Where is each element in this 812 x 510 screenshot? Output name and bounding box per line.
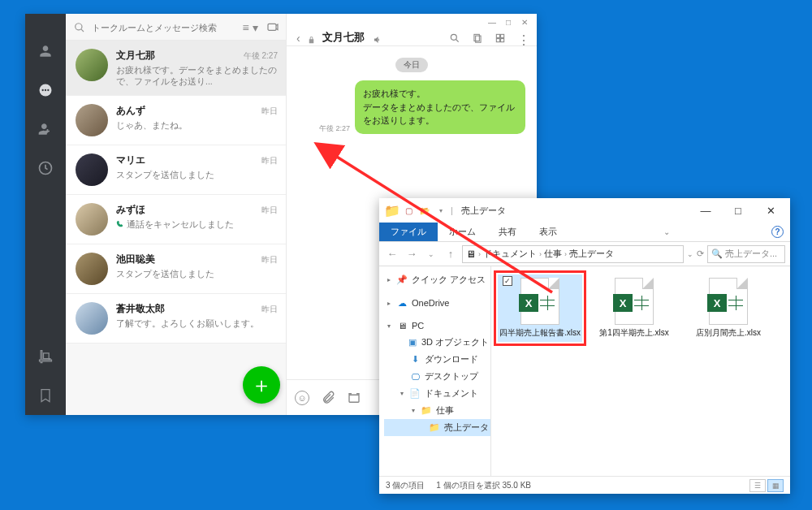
view-details-icon[interactable]: ☰ <box>749 479 766 492</box>
pc-crumb-icon: 🖥 <box>466 249 476 260</box>
svg-rect-7 <box>474 34 479 41</box>
breadcrumb-dropdown-icon[interactable]: ⌄ <box>687 250 693 258</box>
maximize-button[interactable]: □ <box>503 17 514 27</box>
bookmark-icon[interactable] <box>37 387 54 404</box>
chat-title: 文月七那 <box>322 31 365 45</box>
qat-properties-icon[interactable]: ▢ <box>402 204 415 217</box>
svg-point-6 <box>451 34 456 40</box>
chat-item[interactable]: 文月七那午後 2:27 お疲れ様です。データをまとめましたので、ファイルをお送り… <box>66 41 286 96</box>
close-button[interactable]: ✕ <box>519 17 530 27</box>
item-count: 3 個の項目 <box>386 480 425 491</box>
tree-downloads[interactable]: ⬇ダウンロード <box>384 351 490 368</box>
crumb[interactable]: 仕事 <box>544 248 562 260</box>
message-bubble: お疲れ様です。データをまとめましたので、ファイルをお送りします。 <box>355 80 525 134</box>
refresh-icon[interactable]: ⟳ <box>697 249 704 259</box>
nav-recent-icon[interactable]: ⌄ <box>423 250 439 258</box>
nav-forward-icon[interactable]: → <box>404 248 420 260</box>
avatar <box>76 253 108 285</box>
attach-icon[interactable] <box>321 391 335 405</box>
file-item[interactable]: X 第1四半期売上.xlsx <box>592 274 676 342</box>
navigation-bar: ← → ⌄ ↑ 🖥 › ドキュメント › 仕事 › 売上データ ⌄ ⟳ 🔍 売上… <box>379 242 790 266</box>
new-message-fab[interactable]: ＋ <box>243 366 280 404</box>
crumb[interactable]: ドキュメント <box>483 248 537 260</box>
tab-view[interactable]: 表示 <box>528 223 568 241</box>
tree-onedrive[interactable]: ▸☁OneDrive <box>384 295 490 311</box>
lock-icon <box>307 33 316 42</box>
qat-dropdown-icon[interactable]: ▾ <box>434 204 447 217</box>
window-controls: — □ ✕ <box>480 14 537 33</box>
chat-preview: 通話をキャンセルしました <box>116 218 278 230</box>
excel-file-icon: X <box>520 278 559 325</box>
header-actions: ⋮ <box>449 32 529 44</box>
view-icons-icon[interactable]: ▦ <box>767 479 784 492</box>
tree-sales-data[interactable]: 📁売上データ <box>384 419 490 436</box>
svg-rect-9 <box>496 34 499 37</box>
sticker-icon[interactable]: ☺ <box>295 391 309 405</box>
chat-name: 文月七那 <box>116 49 155 63</box>
menu-icon[interactable]: ⋮ <box>517 32 529 44</box>
add-friend-icon[interactable] <box>37 121 54 137</box>
help-button[interactable]: ? <box>765 223 790 241</box>
search-input[interactable] <box>92 23 234 32</box>
chat-preview: お疲れ様です。データをまとめましたので、ファイルをお送り... <box>116 64 278 87</box>
new-chat-icon[interactable] <box>266 21 279 34</box>
tree-documents[interactable]: ▾📄ドキュメント <box>384 385 490 402</box>
sort-button[interactable]: ≡ ▾ <box>240 20 260 35</box>
tree-shigoto[interactable]: ▾📁仕事 <box>384 402 490 419</box>
volume-icon[interactable] <box>373 33 382 43</box>
minimize-button[interactable]: — <box>486 17 498 27</box>
tab-home[interactable]: ホーム <box>438 223 487 241</box>
notes-icon[interactable] <box>472 32 483 44</box>
status-bar: 3 個の項目 1 個の項目を選択 35.0 KB ☰ ▦ <box>379 476 790 494</box>
avatar <box>76 104 108 136</box>
explorer-close-button[interactable]: ✕ <box>754 199 787 222</box>
capture-icon[interactable] <box>347 391 361 405</box>
tree-3d-objects[interactable]: ▣3D オブジェクト <box>384 334 490 351</box>
explorer-minimize-button[interactable]: — <box>689 199 722 222</box>
crop-icon[interactable] <box>37 348 54 365</box>
chat-item[interactable]: みずほ昨日 通話をキャンセルしました <box>66 195 286 244</box>
chat-name: 蒼井敬太郎 <box>116 302 165 316</box>
search-row: ≡ ▾ <box>66 14 286 41</box>
chat-item[interactable]: マリエ昨日 スタンプを送信しました <box>66 145 286 195</box>
message-time: 午後 2:27 <box>319 123 350 134</box>
file-list: ✓ X 四半期売上報告書.xlsx X 第1四半期売上.xlsx X 店別月間売… <box>491 266 790 476</box>
chat-item[interactable]: 池田聡美昨日 スタンプを送信しました <box>66 244 286 294</box>
chats-icon[interactable] <box>37 82 54 98</box>
file-item[interactable]: X 店別月間売上.xlsx <box>686 274 771 342</box>
chat-item[interactable]: 蒼井敬太郎昨日 了解です。よろしくお願いします。 <box>66 294 286 344</box>
nav-up-icon[interactable]: ↑ <box>443 248 459 260</box>
ribbon-tabs: ファイル ホーム 共有 表示 ⌄ ? <box>379 223 790 242</box>
search-chat-icon[interactable] <box>449 32 460 44</box>
svg-rect-8 <box>476 36 481 42</box>
explorer-search[interactable]: 🔍 売上データ... <box>707 245 785 263</box>
friends-icon[interactable] <box>37 43 54 59</box>
avatar <box>76 302 108 335</box>
crumb[interactable]: 売上データ <box>569 248 614 260</box>
file-item[interactable]: ✓ X 四半期売上報告書.xlsx <box>498 274 582 342</box>
breadcrumb[interactable]: 🖥 › ドキュメント › 仕事 › 売上データ <box>462 245 684 263</box>
selection-info: 1 個の項目を選択 35.0 KB <box>436 480 531 491</box>
qat-open-icon[interactable]: 📂 <box>418 204 431 217</box>
svg-point-2 <box>45 89 46 91</box>
nav-back-icon[interactable]: ← <box>384 248 400 260</box>
chat-time: 昨日 <box>261 254 278 266</box>
back-icon[interactable]: ‹ <box>296 32 300 45</box>
file-checkbox-icon[interactable]: ✓ <box>503 276 512 286</box>
tab-file[interactable]: ファイル <box>379 223 438 241</box>
chat-preview: スタンプを送信しました <box>116 169 278 180</box>
avatar <box>76 153 108 186</box>
albums-icon[interactable] <box>495 32 506 44</box>
explorer-maximize-button[interactable]: □ <box>722 199 754 222</box>
chat-item[interactable]: あんず昨日 じゃあ、またね。 <box>66 96 286 145</box>
tab-share[interactable]: 共有 <box>487 223 528 241</box>
tree-quick-access[interactable]: ▸📌クイック アクセス <box>384 271 490 288</box>
timeline-icon[interactable] <box>37 160 54 176</box>
ribbon-expand[interactable]: ⌄ <box>652 223 681 241</box>
tree-pc[interactable]: ▾🖥PC <box>384 318 490 334</box>
explorer-titlebar: 📁 ▢ 📂 ▾ | 売上データ — □ ✕ <box>379 198 790 223</box>
chat-list-panel: ≡ ▾ 文月七那午後 2:27 お疲れ様です。データをまとめましたので、ファイル… <box>66 14 287 415</box>
tree-desktop[interactable]: 🖵デスクトップ <box>384 368 490 385</box>
svg-point-1 <box>42 89 44 91</box>
chat-name: みずほ <box>116 203 145 217</box>
